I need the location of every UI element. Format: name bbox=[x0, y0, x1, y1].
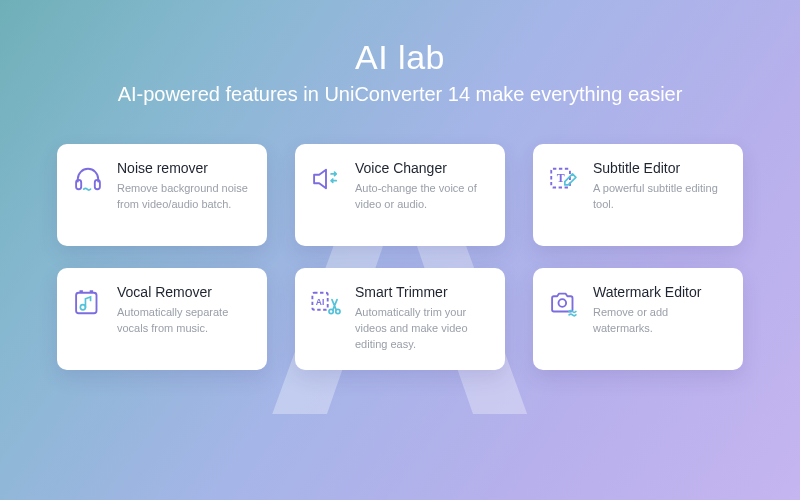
page-title: AI lab bbox=[355, 38, 445, 77]
page-subtitle: AI-powered features in UniConverter 14 m… bbox=[118, 83, 683, 106]
text-frame-icon: T bbox=[547, 162, 581, 196]
card-body: Voice Changer Auto-change the voice of v… bbox=[355, 160, 491, 213]
card-body: Vocal Remover Automatically separate voc… bbox=[117, 284, 253, 337]
svg-point-12 bbox=[558, 299, 566, 307]
card-desc: Auto-change the voice of video or audio. bbox=[355, 181, 491, 213]
card-body: Smart Trimmer Automatically trim your vi… bbox=[355, 284, 491, 353]
card-noise-remover[interactable]: Noise remover Remove background noise fr… bbox=[57, 144, 267, 246]
card-title: Vocal Remover bbox=[117, 284, 253, 301]
card-vocal-remover[interactable]: Vocal Remover Automatically separate voc… bbox=[57, 268, 267, 370]
card-title: Noise remover bbox=[117, 160, 253, 177]
ai-scissors-icon: AI bbox=[309, 286, 343, 320]
card-body: Subtitle Editor A powerful subtitle edit… bbox=[593, 160, 729, 213]
svg-rect-5 bbox=[80, 290, 83, 293]
card-desc: Remove background noise from video/audio… bbox=[117, 181, 253, 213]
feature-grid: Noise remover Remove background noise fr… bbox=[57, 144, 743, 370]
card-watermark-editor[interactable]: Watermark Editor Remove or add watermark… bbox=[533, 268, 743, 370]
card-title: Watermark Editor bbox=[593, 284, 729, 301]
headphones-wave-icon bbox=[71, 162, 105, 196]
card-voice-changer[interactable]: Voice Changer Auto-change the voice of v… bbox=[295, 144, 505, 246]
svg-rect-6 bbox=[90, 290, 93, 293]
svg-text:T: T bbox=[557, 171, 565, 185]
card-desc: Automatically separate vocals from music… bbox=[117, 305, 253, 337]
music-note-icon bbox=[71, 286, 105, 320]
svg-rect-4 bbox=[76, 293, 96, 313]
card-desc: Automatically trim your videos and make … bbox=[355, 305, 491, 353]
card-body: Watermark Editor Remove or add watermark… bbox=[593, 284, 729, 337]
page-container: AI lab AI-powered features in UniConvert… bbox=[0, 0, 800, 500]
card-title: Voice Changer bbox=[355, 160, 491, 177]
card-desc: Remove or add watermarks. bbox=[593, 305, 729, 337]
speaker-swap-icon bbox=[309, 162, 343, 196]
card-smart-trimmer[interactable]: AI Smart Trimmer Automatically trim your… bbox=[295, 268, 505, 370]
card-subtitle-editor[interactable]: T Subtitle Editor A powerful subtitle ed… bbox=[533, 144, 743, 246]
svg-text:AI: AI bbox=[316, 297, 325, 307]
camera-wave-icon bbox=[547, 286, 581, 320]
card-desc: A powerful subtitle editing tool. bbox=[593, 181, 729, 213]
card-body: Noise remover Remove background noise fr… bbox=[117, 160, 253, 213]
card-title: Subtitle Editor bbox=[593, 160, 729, 177]
card-title: Smart Trimmer bbox=[355, 284, 491, 301]
